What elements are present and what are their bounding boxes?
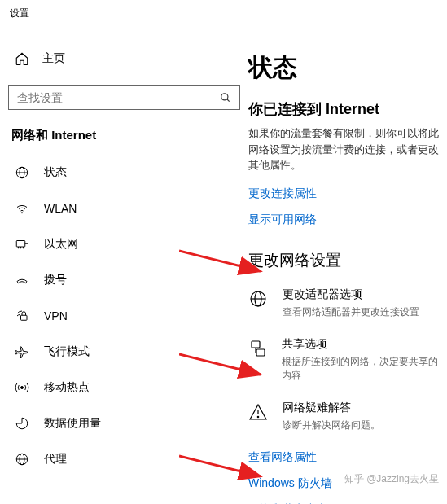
main-panel: 状态 你已连接到 Internet 如果你的流量套餐有限制，则你可以将此网络设置…	[248, 27, 447, 504]
subsection-title: 更改网络设置	[248, 250, 447, 271]
home-button[interactable]: 主页	[8, 43, 240, 74]
sidebar-item-label: WLAN	[44, 202, 77, 215]
vpn-icon	[15, 309, 29, 323]
sidebar: 主页 网络和 Internet 状态 WLAN 以太网	[0, 27, 248, 504]
home-icon	[15, 51, 29, 66]
sidebar-item-label: 以太网	[44, 237, 78, 252]
sharing-icon	[248, 337, 269, 383]
proxy-icon	[15, 452, 29, 467]
warning-icon	[248, 401, 270, 432]
link-network-props[interactable]: 查看网络属性	[248, 450, 447, 465]
hotspot-icon	[15, 380, 29, 395]
svg-point-12	[21, 387, 24, 389]
option-troubleshoot[interactable]: 网络疑难解答 诊断并解决网络问题。	[248, 401, 447, 432]
sidebar-item-label: 状态	[44, 165, 67, 180]
watermark: 知乎 @Jazzing去火星	[344, 472, 439, 486]
globe-icon	[248, 287, 270, 319]
option-desc: 查看网络适配器并更改连接设置	[283, 305, 419, 319]
svg-rect-20	[256, 349, 265, 356]
connection-desc: 如果你的流量套餐有限制，则你可以将此网络设置为按流量计费的连接，或者更改其他属性…	[248, 125, 447, 173]
search-box[interactable]	[8, 85, 240, 110]
option-title: 共享选项	[282, 337, 448, 352]
sidebar-item-wlan[interactable]: WLAN	[8, 191, 240, 226]
page-title: 状态	[248, 51, 447, 85]
sidebar-item-label: 飞行模式	[44, 344, 90, 359]
sidebar-item-label: 移动热点	[44, 380, 90, 395]
sidebar-item-label: VPN	[44, 309, 68, 322]
window-title: 设置	[0, 0, 447, 27]
sidebar-item-label: 代理	[44, 452, 67, 467]
sidebar-item-airplane[interactable]: 飞行模式	[8, 334, 240, 370]
dialup-icon	[15, 273, 29, 287]
sidebar-section-title: 网络和 Internet	[11, 128, 240, 143]
data-usage-icon	[15, 416, 29, 431]
option-desc: 诊断并解决网络问题。	[283, 419, 380, 432]
svg-rect-19	[252, 341, 260, 348]
search-icon	[220, 92, 231, 103]
option-sharing[interactable]: 共享选项 根据所连接到的网络，决定要共享的内容	[248, 337, 447, 383]
sidebar-item-label: 数据使用量	[44, 416, 101, 431]
wifi-icon	[15, 201, 29, 216]
connection-subtitle: 你已连接到 Internet	[248, 99, 447, 119]
svg-point-0	[221, 94, 228, 100]
svg-rect-11	[21, 315, 28, 320]
option-title: 网络疑难解答	[283, 401, 380, 415]
globe-icon	[15, 165, 29, 180]
sidebar-item-status[interactable]: 状态	[8, 155, 240, 191]
airplane-icon	[15, 344, 29, 359]
search-input[interactable]	[17, 91, 220, 104]
sidebar-item-label: 拨号	[44, 273, 67, 287]
home-label: 主页	[42, 51, 65, 66]
sidebar-item-ethernet[interactable]: 以太网	[8, 226, 240, 262]
option-title: 更改适配器选项	[283, 287, 419, 302]
svg-point-24	[257, 416, 258, 417]
sidebar-item-proxy[interactable]: 代理	[8, 441, 240, 477]
link-change-connection[interactable]: 更改连接属性	[248, 186, 447, 201]
svg-point-5	[21, 213, 22, 213]
option-adapter[interactable]: 更改适配器选项 查看网络适配器并更改连接设置	[248, 287, 447, 319]
sidebar-item-dialup[interactable]: 拨号	[8, 262, 240, 298]
ethernet-icon	[15, 237, 29, 252]
sidebar-item-hotspot[interactable]: 移动热点	[8, 370, 240, 405]
svg-line-1	[227, 99, 230, 102]
sidebar-item-vpn[interactable]: VPN	[8, 298, 240, 334]
option-desc: 根据所连接到的网络，决定要共享的内容	[282, 355, 448, 383]
sidebar-item-datausage[interactable]: 数据使用量	[8, 405, 240, 441]
svg-rect-6	[16, 241, 25, 248]
link-show-networks[interactable]: 显示可用网络	[248, 213, 447, 227]
